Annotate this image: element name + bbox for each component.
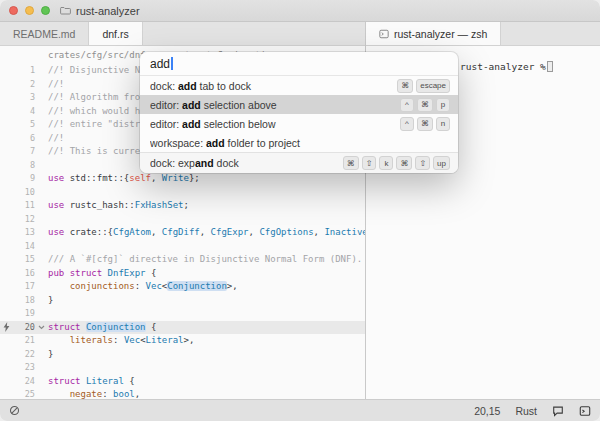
keycap: ⌘ [397, 79, 413, 93]
keybinding: ^⌘p [400, 98, 450, 112]
code-text: struct Literal { [48, 375, 365, 389]
fold-spacer [35, 91, 48, 105]
fold-spacer [35, 159, 48, 173]
fold-spacer [35, 78, 48, 92]
gutter-spacer [0, 64, 13, 78]
keycap: ⇧ [415, 156, 430, 170]
code-text: use rustc_hash::FxHashSet; [48, 199, 365, 213]
gutter-spacer [0, 159, 13, 173]
palette-item-3[interactable]: workspace: add folder to project [140, 133, 458, 152]
keycap: k [379, 156, 393, 170]
palette-item-label: dock: add tab to dock [150, 80, 397, 92]
tab-dnf-rs[interactable]: dnf.rs [89, 22, 142, 45]
folder-icon [60, 6, 71, 15]
code-line-23[interactable]: 23 [0, 361, 365, 375]
palette-item-0[interactable]: dock: add tab to dock⌘escape [140, 76, 458, 95]
terminal-toggle-icon[interactable] [579, 405, 591, 417]
fold-spacer [35, 226, 48, 240]
code-line-14[interactable]: 14 [0, 240, 365, 254]
keycap: ⌘ [343, 156, 359, 170]
language-selector[interactable]: Rust [515, 405, 537, 417]
code-text [48, 213, 365, 227]
fold-spacer [35, 186, 48, 200]
tab-label: dnf.rs [102, 28, 128, 40]
gutter-spacer [0, 348, 13, 362]
keycap: p [436, 98, 450, 112]
gutter-spacer [0, 186, 13, 200]
line-number: 4 [13, 105, 35, 119]
code-line-20[interactable]: 20struct Conjunction { [0, 321, 365, 335]
terminal-prompt: rust-analyzer % [460, 61, 546, 72]
fold-spacer [35, 145, 48, 159]
fold-spacer [35, 132, 48, 146]
cursor-position[interactable]: 20,15 [474, 405, 500, 417]
code-text [48, 307, 365, 321]
feedback-icon[interactable] [552, 405, 564, 417]
code-line-13[interactable]: 13use crate::{CfgAtom, CfgDiff, CfgExpr,… [0, 226, 365, 240]
gutter-spacer [0, 213, 13, 227]
line-number: 19 [13, 307, 35, 321]
fold-spacer [35, 280, 48, 294]
code-text [48, 361, 365, 375]
palette-item-label: dock: expand dock [150, 157, 343, 169]
code-line-25[interactable]: 25 negate: bool, [0, 388, 365, 399]
gutter-spacer [0, 240, 13, 254]
line-number: 1 [13, 64, 35, 78]
gutter-spacer [0, 132, 13, 146]
code-line-9[interactable]: 9use std::fmt::{self, Write}; [0, 172, 365, 186]
keycap: ⌘ [417, 117, 433, 131]
terminal-cursor [547, 61, 553, 72]
code-line-16[interactable]: 16pub struct DnfExpr { [0, 267, 365, 281]
gutter-spacer [0, 199, 13, 213]
fold-spacer [35, 199, 48, 213]
code-line-21[interactable]: 21 literals: Vec<Literal>, [0, 334, 365, 348]
fold-spacer [35, 375, 48, 389]
code-line-24[interactable]: 24struct Literal { [0, 375, 365, 389]
line-number: 11 [13, 199, 35, 213]
terminal-tab-bar: rust-analyzer — zsh [366, 22, 600, 46]
code-line-17[interactable]: 17 conjunctions: Vec<Conjunction>, [0, 280, 365, 294]
keybinding: ⌘escape [397, 79, 450, 93]
fold-spacer [35, 361, 48, 375]
code-line-11[interactable]: 11use rustc_hash::FxHashSet; [0, 199, 365, 213]
tab-terminal[interactable]: rust-analyzer — zsh [366, 22, 501, 45]
line-number: 9 [13, 172, 35, 186]
tab-label: rust-analyzer — zsh [394, 28, 487, 40]
line-number: 24 [13, 375, 35, 389]
tab-label: README.md [13, 28, 75, 40]
palette-item-4[interactable]: dock: expand dock⌘⇧k⌘⇧up [140, 152, 458, 173]
palette-item-1[interactable]: editor: add selection above^⌘p [140, 95, 458, 114]
zoom-window-button[interactable] [41, 6, 50, 15]
code-line-10[interactable]: 10 [0, 186, 365, 200]
code-text: negate: bool, [48, 388, 365, 399]
code-line-12[interactable]: 12 [0, 213, 365, 227]
gutter-spacer [0, 294, 13, 308]
close-window-button[interactable] [9, 6, 18, 15]
palette-item-2[interactable]: editor: add selection below^⌘n [140, 114, 458, 133]
tab-readme-md[interactable]: README.md [0, 22, 89, 45]
code-action-bolt-icon[interactable] [0, 321, 13, 335]
keycap: up [433, 156, 450, 170]
gutter-spacer [0, 388, 13, 399]
code-text: struct Conjunction { [48, 321, 365, 335]
editor-tab-bar: README.md dnf.rs [0, 22, 365, 46]
palette-item-label: workspace: add folder to project [150, 137, 450, 149]
minimize-window-button[interactable] [25, 6, 34, 15]
keycap: ⌘ [417, 98, 433, 112]
window-controls [9, 6, 50, 15]
line-number: 10 [13, 186, 35, 200]
fold-spacer [35, 294, 48, 308]
diagnostics-icon[interactable] [9, 405, 20, 416]
code-line-15[interactable]: 15/// A `#[cfg]` directive in Disjunctiv… [0, 253, 365, 267]
fold-chevron-icon[interactable] [35, 321, 48, 335]
code-line-18[interactable]: 18} [0, 294, 365, 308]
code-line-22[interactable]: 22} [0, 348, 365, 362]
line-number: 17 [13, 280, 35, 294]
fold-spacer [35, 213, 48, 227]
code-text [48, 240, 365, 254]
gutter-spacer [0, 307, 13, 321]
line-number: 8 [13, 159, 35, 173]
gutter-spacer [0, 91, 13, 105]
code-line-19[interactable]: 19 [0, 307, 365, 321]
palette-search-input[interactable]: add [140, 52, 458, 76]
